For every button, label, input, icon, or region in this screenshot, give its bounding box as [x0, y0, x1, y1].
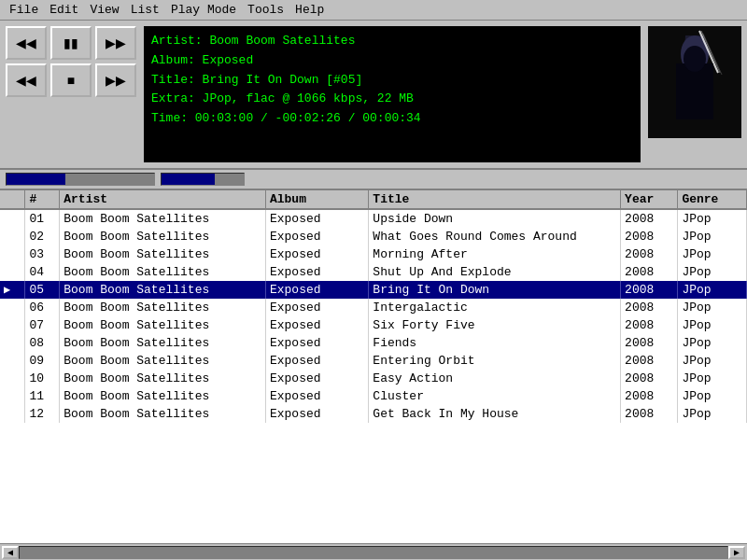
- table-row[interactable]: 01Boom Boom SatellitesExposedUpside Down…: [0, 209, 747, 228]
- track-album: Exposed: [265, 299, 368, 316]
- scroll-track[interactable]: [19, 546, 728, 559]
- track-genre: JPop: [678, 352, 747, 370]
- stop-button[interactable]: ■: [50, 63, 92, 97]
- track-artist: Boom Boom Satellites: [60, 334, 266, 352]
- bottom-controls-row: ◀◀ ■ ▶▶: [6, 63, 136, 97]
- track-number: 02: [25, 228, 60, 245]
- seek-fill: [7, 174, 65, 185]
- playlist-wrapper: # Artist Album Title Year Genre 01Boom B…: [0, 190, 747, 560]
- track-album: Exposed: [265, 228, 368, 245]
- play-indicator-cell: [0, 263, 25, 281]
- track-album: Exposed: [265, 352, 368, 370]
- track-genre: JPop: [678, 299, 747, 316]
- next-button[interactable]: ▶▶: [95, 26, 136, 60]
- playlist-table: # Artist Album Title Year Genre 01Boom B…: [0, 190, 747, 423]
- time-info: Time: 00:03:00 / -00:02:26 / 00:00:34: [151, 109, 633, 129]
- track-title: What Goes Round Comes Around: [369, 228, 621, 245]
- play-indicator-cell: ▶: [0, 281, 25, 299]
- playlist-container[interactable]: # Artist Album Title Year Genre 01Boom B…: [0, 190, 747, 543]
- track-year: 2008: [621, 245, 678, 263]
- track-number: 10: [25, 370, 60, 387]
- play-indicator-cell: [0, 334, 25, 352]
- track-genre: JPop: [678, 263, 747, 281]
- rewind-button[interactable]: ◀◀: [6, 63, 47, 97]
- track-album: Exposed: [265, 209, 368, 228]
- menu-item-list[interactable]: List: [125, 2, 165, 18]
- table-row[interactable]: 10Boom Boom SatellitesExposedEasy Action…: [0, 370, 747, 387]
- album-art-image: [648, 26, 741, 138]
- track-number: 08: [25, 334, 60, 352]
- table-row[interactable]: 08Boom Boom SatellitesExposedFiends2008J…: [0, 334, 747, 352]
- header-genre[interactable]: Genre: [678, 190, 747, 209]
- track-year: 2008: [621, 281, 678, 299]
- table-row[interactable]: 02Boom Boom SatellitesExposedWhat Goes R…: [0, 228, 747, 245]
- track-year: 2008: [621, 209, 678, 228]
- track-title: Morning After: [369, 245, 621, 263]
- header-title[interactable]: Title: [369, 190, 621, 209]
- track-artist: Boom Boom Satellites: [60, 209, 266, 228]
- table-row[interactable]: ▶05Boom Boom SatellitesExposedBring It O…: [0, 281, 747, 299]
- transport-controls: ◀◀ ▮▮ ▶▶ ◀◀ ■ ▶▶: [6, 26, 136, 162]
- track-album: Exposed: [265, 334, 368, 352]
- prev-button[interactable]: ◀◀: [6, 26, 47, 60]
- track-title: Fiends: [369, 334, 621, 352]
- track-title: Intergalactic: [369, 299, 621, 316]
- header-play: [0, 190, 25, 209]
- seek-bar[interactable]: [6, 173, 155, 186]
- now-playing-icon: ▶: [4, 284, 10, 297]
- track-artist: Boom Boom Satellites: [60, 228, 266, 245]
- track-genre: JPop: [678, 405, 747, 423]
- scroll-left-arrow[interactable]: ◀: [2, 546, 19, 559]
- track-number: 09: [25, 352, 60, 370]
- fast-forward-button[interactable]: ▶▶: [95, 63, 136, 97]
- menu-item-edit[interactable]: Edit: [44, 2, 84, 18]
- header-artist[interactable]: Artist: [60, 190, 266, 209]
- table-row[interactable]: 09Boom Boom SatellitesExposedEntering Or…: [0, 352, 747, 370]
- play-indicator-cell: [0, 405, 25, 423]
- track-year: 2008: [621, 263, 678, 281]
- album-info: Album: Exposed: [151, 51, 633, 71]
- track-year: 2008: [621, 370, 678, 387]
- table-row[interactable]: 03Boom Boom SatellitesExposedMorning Aft…: [0, 245, 747, 263]
- header-album[interactable]: Album: [265, 190, 368, 209]
- track-year: 2008: [621, 334, 678, 352]
- menu-item-view[interactable]: View: [84, 2, 124, 18]
- track-year: 2008: [621, 299, 678, 316]
- track-artist: Boom Boom Satellites: [60, 405, 266, 423]
- track-year: 2008: [621, 352, 678, 370]
- table-row[interactable]: 06Boom Boom SatellitesExposedIntergalact…: [0, 299, 747, 316]
- table-row[interactable]: 11Boom Boom SatellitesExposedCluster2008…: [0, 387, 747, 405]
- track-album: Exposed: [265, 405, 368, 423]
- track-title: Easy Action: [369, 370, 621, 387]
- table-row[interactable]: 04Boom Boom SatellitesExposedShut Up And…: [0, 263, 747, 281]
- menu-bar: FileEditViewListPlay ModeToolsHelp: [0, 0, 747, 21]
- track-number: 06: [25, 299, 60, 316]
- menu-item-play-mode[interactable]: Play Mode: [165, 2, 242, 18]
- track-album: Exposed: [265, 370, 368, 387]
- track-album: Exposed: [265, 263, 368, 281]
- track-artist: Boom Boom Satellites: [60, 387, 266, 405]
- header-year[interactable]: Year: [621, 190, 678, 209]
- track-title: Six Forty Five: [369, 316, 621, 334]
- track-number: 03: [25, 245, 60, 263]
- track-artist: Boom Boom Satellites: [60, 352, 266, 370]
- play-indicator-cell: [0, 387, 25, 405]
- track-number: 01: [25, 209, 60, 228]
- menu-item-help[interactable]: Help: [289, 2, 330, 18]
- track-title: Entering Orbit: [369, 352, 621, 370]
- track-number: 07: [25, 316, 60, 334]
- pause-button[interactable]: ▮▮: [50, 26, 92, 60]
- menu-item-tools[interactable]: Tools: [242, 2, 289, 18]
- menu-item-file[interactable]: File: [4, 2, 44, 18]
- title-info: Title: Bring It On Down [#05]: [151, 71, 633, 91]
- table-row[interactable]: 07Boom Boom SatellitesExposedSix Forty F…: [0, 316, 747, 334]
- scroll-right-arrow[interactable]: ▶: [728, 546, 745, 559]
- volume-bar[interactable]: [161, 173, 245, 186]
- track-genre: JPop: [678, 281, 747, 299]
- track-year: 2008: [621, 316, 678, 334]
- table-row[interactable]: 12Boom Boom SatellitesExposedGet Back In…: [0, 405, 747, 423]
- track-artist: Boom Boom Satellites: [60, 263, 266, 281]
- track-album: Exposed: [265, 316, 368, 334]
- play-indicator-cell: [0, 299, 25, 316]
- header-num[interactable]: #: [25, 190, 60, 209]
